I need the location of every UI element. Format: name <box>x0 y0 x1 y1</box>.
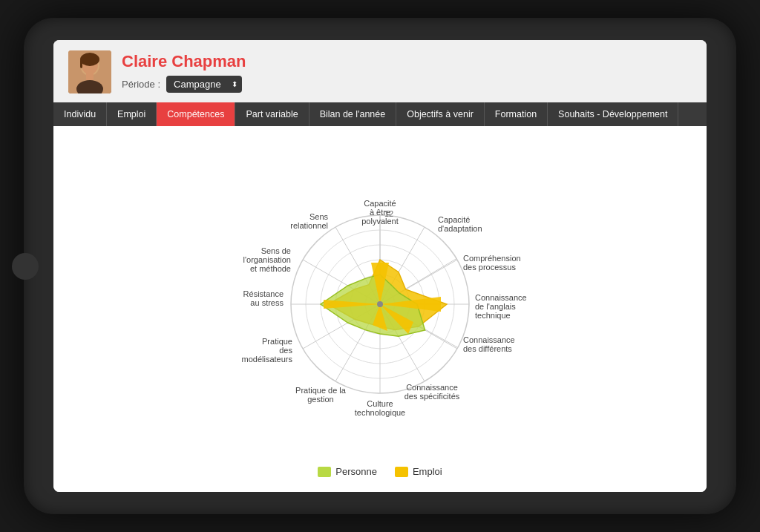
tab-bilan[interactable]: Bilan de l'année <box>309 102 397 126</box>
svg-text:polyvalent: polyvalent <box>361 217 399 226</box>
svg-rect-6 <box>86 73 94 80</box>
tab-souhaits[interactable]: Souhaits - Développement <box>548 102 678 126</box>
svg-text:Pratique: Pratique <box>262 337 292 346</box>
svg-text:Compréhension: Compréhension <box>463 254 521 263</box>
tab-emploi[interactable]: Emploi <box>107 102 157 126</box>
tablet-screen: Claire Chapman Période : Campagne ⬍ Indi… <box>53 40 707 492</box>
avatar-image <box>68 50 111 93</box>
tab-individu[interactable]: Individu <box>53 102 107 126</box>
svg-text:Sens de: Sens de <box>261 246 291 255</box>
svg-point-3 <box>80 53 99 66</box>
legend-emploi-color <box>395 467 408 477</box>
tab-competences[interactable]: Compétences <box>157 102 235 126</box>
periode-label: Période : <box>122 79 160 90</box>
svg-text:gestion: gestion <box>307 395 333 404</box>
svg-text:au stress: au stress <box>250 298 284 307</box>
svg-text:Sens: Sens <box>309 212 329 221</box>
avatar <box>68 50 111 93</box>
svg-text:technique: technique <box>475 311 511 320</box>
legend-personne-label: Personne <box>335 466 377 477</box>
tablet-frame: Claire Chapman Période : Campagne ⬍ Indi… <box>24 18 736 514</box>
svg-text:des processus: des processus <box>463 263 516 272</box>
svg-text:des: des <box>279 346 292 355</box>
svg-text:Connaissance: Connaissance <box>475 293 527 302</box>
header: Claire Chapman Période : Campagne ⬍ <box>53 40 707 93</box>
tab-part-variable[interactable]: Part variable <box>235 102 309 126</box>
svg-text:relationnel: relationnel <box>290 221 328 230</box>
svg-text:Connaissance: Connaissance <box>406 383 458 392</box>
periode-row: Période : Campagne ⬍ <box>122 76 246 93</box>
svg-text:Connaissance: Connaissance <box>463 335 515 344</box>
svg-text:à être: à être <box>370 208 390 217</box>
svg-text:modélisateurs: modélisateurs <box>242 355 293 364</box>
legend-emploi: Emploi <box>395 466 442 477</box>
tab-objectifs[interactable]: Objectifs à venir <box>396 102 485 126</box>
svg-text:Capacité: Capacité <box>364 199 396 208</box>
user-name: Claire Chapman <box>122 52 246 71</box>
main-content: 12 <box>53 126 707 492</box>
svg-text:de l'anglais: de l'anglais <box>475 302 516 311</box>
legend-emploi-label: Emploi <box>413 466 442 477</box>
svg-text:l'organisation: l'organisation <box>243 255 291 264</box>
svg-rect-4 <box>80 59 82 68</box>
chart-legend: Personne Emploi <box>318 466 442 477</box>
legend-personne: Personne <box>318 466 377 477</box>
svg-text:Pratique de la: Pratique de la <box>295 386 347 395</box>
svg-text:Résistance: Résistance <box>243 289 284 298</box>
legend-personne-color <box>318 467 331 477</box>
svg-text:et méthode: et méthode <box>250 264 291 273</box>
radar-chart: 12 <box>172 141 588 460</box>
svg-text:Capacité: Capacité <box>438 215 470 224</box>
periode-select[interactable]: Campagne <box>166 76 242 93</box>
svg-text:technologique: technologique <box>355 408 406 417</box>
periode-select-wrapper[interactable]: Campagne ⬍ <box>166 76 242 93</box>
svg-text:des différents: des différents <box>463 344 512 353</box>
nav-tabs: Individu Emploi Compétences Part variabl… <box>53 102 707 126</box>
svg-text:des spécificités: des spécificités <box>404 392 460 401</box>
tab-formation[interactable]: Formation <box>485 102 548 126</box>
svg-text:d'adaptation: d'adaptation <box>438 224 482 233</box>
svg-point-36 <box>377 301 383 307</box>
svg-text:Culture: Culture <box>367 399 393 408</box>
radar-svg: 12 <box>172 141 588 460</box>
home-button[interactable] <box>12 253 39 280</box>
header-info: Claire Chapman Période : Campagne ⬍ <box>122 52 246 93</box>
